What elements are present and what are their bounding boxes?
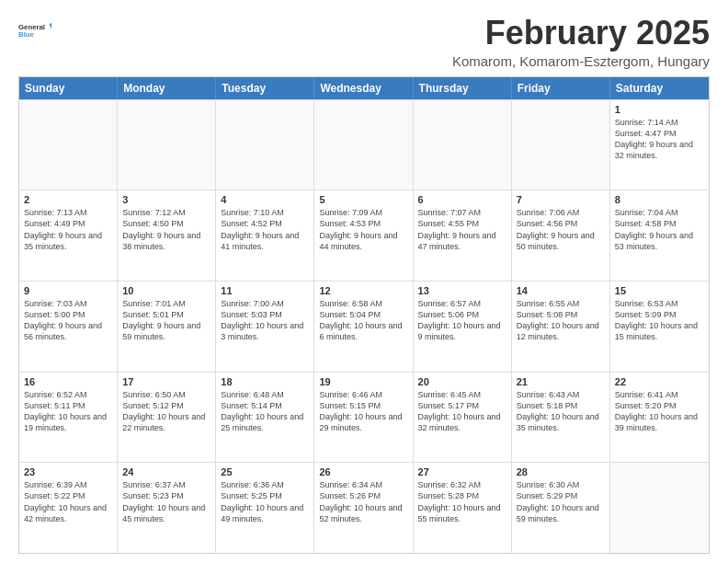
day-number: 19 (319, 376, 407, 387)
logo-svg: General Blue (18, 15, 51, 48)
cal-cell: 15Sunrise: 6:53 AM Sunset: 5:09 PM Dayli… (610, 282, 709, 372)
day-info: Sunrise: 6:32 AM Sunset: 5:28 PM Dayligh… (418, 480, 501, 523)
day-number: 9 (24, 285, 112, 296)
cal-cell (314, 100, 413, 190)
day-info: Sunrise: 6:55 AM Sunset: 5:08 PM Dayligh… (517, 299, 599, 341)
cal-cell: 28Sunrise: 6:30 AM Sunset: 5:29 PM Dayli… (512, 463, 610, 553)
day-number: 12 (319, 285, 407, 296)
day-header-thursday: Thursday (414, 77, 512, 99)
cal-cell: 11Sunrise: 7:00 AM Sunset: 5:03 PM Dayli… (216, 282, 314, 372)
cal-cell: 6Sunrise: 7:07 AM Sunset: 4:55 PM Daylig… (414, 190, 512, 281)
cal-week-1: 2Sunrise: 7:13 AM Sunset: 4:49 PM Daylig… (19, 190, 709, 281)
day-info: Sunrise: 7:12 AM Sunset: 4:50 PM Dayligh… (122, 208, 200, 250)
month-title: February 2025 (452, 15, 710, 52)
cal-cell (118, 100, 216, 190)
cal-week-3: 16Sunrise: 6:52 AM Sunset: 5:11 PM Dayli… (19, 372, 709, 463)
logo: General Blue (18, 15, 51, 48)
location: Komarom, Komarom-Esztergom, Hungary (452, 53, 710, 69)
day-number: 18 (221, 376, 309, 387)
cal-cell: 9Sunrise: 7:03 AM Sunset: 5:00 PM Daylig… (19, 282, 118, 372)
cal-cell: 25Sunrise: 6:36 AM Sunset: 5:25 PM Dayli… (216, 463, 314, 553)
cal-cell (414, 100, 512, 190)
calendar-header: SundayMondayTuesdayWednesdayThursdayFrid… (19, 77, 709, 99)
cal-cell: 24Sunrise: 6:37 AM Sunset: 5:23 PM Dayli… (118, 463, 216, 553)
day-number: 15 (615, 285, 704, 296)
cal-cell: 27Sunrise: 6:32 AM Sunset: 5:28 PM Dayli… (414, 463, 512, 553)
cal-cell: 4Sunrise: 7:10 AM Sunset: 4:52 PM Daylig… (216, 190, 314, 281)
cal-cell (512, 100, 610, 190)
day-info: Sunrise: 7:00 AM Sunset: 5:03 PM Dayligh… (221, 299, 303, 341)
day-info: Sunrise: 7:06 AM Sunset: 4:56 PM Dayligh… (517, 208, 595, 250)
day-number: 26 (319, 466, 407, 477)
cal-cell (19, 100, 118, 190)
day-info: Sunrise: 6:57 AM Sunset: 5:06 PM Dayligh… (418, 299, 501, 341)
day-info: Sunrise: 6:30 AM Sunset: 5:29 PM Dayligh… (517, 480, 599, 523)
day-header-sunday: Sunday (19, 77, 118, 99)
day-number: 21 (517, 376, 605, 387)
day-number: 25 (221, 466, 309, 477)
cal-cell: 1Sunrise: 7:14 AM Sunset: 4:47 PM Daylig… (610, 100, 709, 190)
cal-cell: 23Sunrise: 6:39 AM Sunset: 5:22 PM Dayli… (19, 463, 118, 553)
day-header-tuesday: Tuesday (216, 77, 314, 99)
day-info: Sunrise: 6:43 AM Sunset: 5:18 PM Dayligh… (517, 390, 599, 432)
day-info: Sunrise: 7:14 AM Sunset: 4:47 PM Dayligh… (615, 118, 693, 160)
day-number: 13 (418, 285, 506, 296)
day-info: Sunrise: 6:34 AM Sunset: 5:26 PM Dayligh… (319, 480, 402, 523)
day-info: Sunrise: 7:13 AM Sunset: 4:49 PM Dayligh… (24, 208, 102, 250)
cal-week-4: 23Sunrise: 6:39 AM Sunset: 5:22 PM Dayli… (19, 462, 709, 553)
day-info: Sunrise: 7:10 AM Sunset: 4:52 PM Dayligh… (221, 208, 299, 250)
day-info: Sunrise: 6:58 AM Sunset: 5:04 PM Dayligh… (319, 299, 402, 341)
day-info: Sunrise: 6:37 AM Sunset: 5:23 PM Dayligh… (122, 480, 205, 523)
day-header-friday: Friday (512, 77, 610, 99)
day-number: 6 (418, 194, 506, 205)
day-info: Sunrise: 6:46 AM Sunset: 5:15 PM Dayligh… (319, 390, 402, 432)
cal-cell (216, 100, 314, 190)
day-number: 23 (24, 466, 112, 477)
day-number: 1 (615, 104, 704, 115)
day-info: Sunrise: 6:41 AM Sunset: 5:20 PM Dayligh… (615, 390, 698, 432)
cal-cell: 17Sunrise: 6:50 AM Sunset: 5:12 PM Dayli… (118, 373, 216, 463)
cal-cell: 14Sunrise: 6:55 AM Sunset: 5:08 PM Dayli… (512, 282, 610, 372)
cal-week-2: 9Sunrise: 7:03 AM Sunset: 5:00 PM Daylig… (19, 281, 709, 372)
day-number: 2 (24, 194, 112, 205)
day-number: 11 (221, 285, 309, 296)
day-number: 28 (517, 466, 605, 477)
cal-cell: 18Sunrise: 6:48 AM Sunset: 5:14 PM Dayli… (216, 373, 314, 463)
day-info: Sunrise: 6:45 AM Sunset: 5:17 PM Dayligh… (418, 390, 501, 432)
day-number: 24 (122, 466, 210, 477)
day-header-saturday: Saturday (610, 77, 709, 99)
day-info: Sunrise: 7:03 AM Sunset: 5:00 PM Dayligh… (24, 299, 102, 341)
cal-cell: 13Sunrise: 6:57 AM Sunset: 5:06 PM Dayli… (414, 282, 512, 372)
cal-cell: 16Sunrise: 6:52 AM Sunset: 5:11 PM Dayli… (19, 373, 118, 463)
day-number: 10 (122, 285, 210, 296)
day-number: 27 (418, 466, 506, 477)
day-header-wednesday: Wednesday (314, 77, 413, 99)
day-number: 7 (517, 194, 605, 205)
header: General Blue February 2025 Komarom, Koma… (18, 15, 710, 69)
day-number: 14 (517, 285, 605, 296)
day-number: 17 (122, 376, 210, 387)
day-number: 20 (418, 376, 506, 387)
day-info: Sunrise: 6:50 AM Sunset: 5:12 PM Dayligh… (122, 390, 205, 432)
day-number: 5 (319, 194, 407, 205)
svg-text:Blue: Blue (18, 30, 35, 39)
svg-marker-2 (50, 22, 51, 29)
cal-cell: 19Sunrise: 6:46 AM Sunset: 5:15 PM Dayli… (314, 373, 413, 463)
day-info: Sunrise: 7:07 AM Sunset: 4:55 PM Dayligh… (418, 208, 496, 250)
day-info: Sunrise: 6:39 AM Sunset: 5:22 PM Dayligh… (24, 480, 107, 523)
day-number: 4 (221, 194, 309, 205)
day-info: Sunrise: 7:09 AM Sunset: 4:53 PM Dayligh… (319, 208, 397, 250)
cal-cell: 2Sunrise: 7:13 AM Sunset: 4:49 PM Daylig… (19, 190, 118, 281)
calendar-body: 1Sunrise: 7:14 AM Sunset: 4:47 PM Daylig… (19, 99, 709, 553)
day-info: Sunrise: 6:53 AM Sunset: 5:09 PM Dayligh… (615, 299, 698, 341)
svg-text:General: General (18, 23, 45, 31)
day-number: 16 (24, 376, 112, 387)
cal-cell: 26Sunrise: 6:34 AM Sunset: 5:26 PM Dayli… (314, 463, 413, 553)
page: General Blue February 2025 Komarom, Koma… (0, 0, 728, 563)
day-info: Sunrise: 6:52 AM Sunset: 5:11 PM Dayligh… (24, 390, 107, 432)
cal-cell: 20Sunrise: 6:45 AM Sunset: 5:17 PM Dayli… (414, 373, 512, 463)
cal-cell: 3Sunrise: 7:12 AM Sunset: 4:50 PM Daylig… (118, 190, 216, 281)
calendar: SundayMondayTuesdayWednesdayThursdayFrid… (18, 76, 710, 554)
day-info: Sunrise: 6:48 AM Sunset: 5:14 PM Dayligh… (221, 390, 303, 432)
cal-week-0: 1Sunrise: 7:14 AM Sunset: 4:47 PM Daylig… (19, 99, 709, 190)
